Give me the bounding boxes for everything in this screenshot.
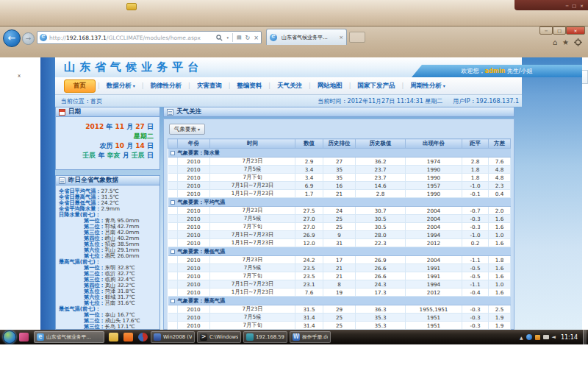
taskbar-task-3[interactable]: 192.168.59.99...: [243, 331, 287, 343]
taskbar-task-1[interactable]: Win2008 (VS2...: [151, 331, 195, 343]
column-header[interactable]: 方差: [489, 139, 511, 149]
weather-watch-title: 天气关注: [176, 107, 201, 116]
nav-item-0[interactable]: 首页: [64, 79, 96, 93]
maximize-button[interactable]: □: [553, 26, 566, 35]
column-header[interactable]: 出现年份: [406, 139, 462, 149]
home-icon[interactable]: ⌂: [553, 39, 557, 46]
nav-item-3[interactable]: 灾害查询: [190, 82, 229, 91]
media-app-icon[interactable]: [138, 333, 148, 342]
column-header[interactable]: 历史排位: [323, 139, 356, 149]
table-cell: 1951: [406, 314, 462, 322]
table-row[interactable]: 20101月1日~7月23日1.7212.81990-0.10.4: [168, 190, 511, 198]
search-icon[interactable]: [216, 35, 223, 41]
table-row[interactable]: 20107月1日~7月23日23.1824.31994-1.11.0: [168, 280, 511, 289]
explorer-folder-icon[interactable]: [109, 333, 118, 342]
nav-item-6[interactable]: 网站地图: [311, 82, 349, 91]
orange-app-taskbar-icon[interactable]: [123, 333, 133, 342]
date-segment: 星期二: [134, 132, 154, 140]
network-icon[interactable]: [543, 335, 549, 339]
table-cell: 7月下旬: [210, 174, 295, 182]
tools-gear-icon[interactable]: [574, 38, 582, 46]
refresh-icon[interactable]: ↻: [245, 35, 251, 41]
url-text[interactable]: http://192.168.137.1/GLCCLIMATE/modules/…: [49, 35, 216, 41]
tab-title[interactable]: 山东省气候业务平...: [282, 34, 337, 41]
table-row[interactable]: 20107月23日31.52936.31955,1951-0.32.5: [168, 305, 511, 314]
nav-item-8[interactable]: 周期性分析▾: [404, 82, 452, 91]
compatibility-icon[interactable]: ▤: [237, 35, 242, 40]
tray-app-icon[interactable]: [526, 334, 532, 340]
nav-item-2[interactable]: 韵律性分析: [143, 82, 188, 91]
favorites-star-icon[interactable]: ★: [562, 39, 569, 46]
table-cell: 7月1日~7月23日: [210, 182, 295, 190]
rank-value[interactable]: 惠民 26.0mm: [105, 252, 140, 259]
breadcrumb[interactable]: 当前位置：首页: [61, 97, 308, 105]
table-cell: 7.6: [489, 158, 511, 166]
close-button[interactable]: ×: [566, 26, 585, 35]
bg-maximize-icon[interactable]: □: [572, 3, 576, 8]
forward-button[interactable]: →: [22, 32, 35, 45]
column-header[interactable]: 历史极值: [356, 139, 406, 149]
table-row[interactable]: 20107月下旬3.43523.719901.84.8: [168, 174, 511, 182]
clock[interactable]: 11:14: [561, 334, 578, 341]
breadcrumb-bar: 当前位置：首页 当前时间：2012年11月27日 11:14:31 星期二用户I…: [55, 95, 522, 107]
group-row-0[interactable]: 气象要素：降水量: [168, 149, 511, 158]
column-header[interactable]: 距平: [462, 139, 489, 149]
table-row[interactable]: 20107月23日27.52430.72004-0.72.0: [168, 207, 511, 215]
column-header[interactable]: 年份: [178, 139, 210, 149]
table-row[interactable]: 20107月5候3.43523.719901.84.8: [168, 166, 511, 174]
table-row[interactable]: 20101月1日~7月23日7.61917.32012-0.41.6: [168, 289, 511, 297]
table-row[interactable]: 20107月23日24.21726.92004-1.11.8: [168, 256, 511, 264]
favorites-bar-close-icon[interactable]: x: [18, 73, 21, 79]
table-cell: 1990: [406, 166, 462, 174]
stop-icon[interactable]: ×: [254, 35, 259, 41]
collapse-checkbox[interactable]: [171, 200, 175, 205]
hidden-icons-icon[interactable]: ▲: [520, 335, 523, 340]
new-tab-button[interactable]: [349, 32, 365, 43]
table-row[interactable]: 20101月1日~7月23日12.03122.320120.21.6: [168, 239, 511, 247]
browser-tab[interactable]: 山东省气候业务平... ×: [266, 29, 347, 45]
start-button[interactable]: [3, 330, 16, 344]
column-header[interactable]: 时间: [210, 139, 295, 149]
table-cell: 23.5: [295, 264, 323, 272]
table-cell: 2012: [406, 239, 462, 247]
taskbar-task-0[interactable]: e山东省气候业务平...: [34, 331, 104, 343]
bg-minimize-icon[interactable]: ─: [566, 3, 569, 8]
table-row[interactable]: 20107月1日~7月23日26.9928.01994-1.01.0: [168, 231, 511, 239]
table-row[interactable]: 20107月下旬23.52126.61991-0.51.6: [168, 272, 511, 280]
group-row-1[interactable]: 气象要素：平均气温: [168, 198, 511, 207]
search-dropdown-icon[interactable]: ▾: [226, 35, 229, 40]
table-row[interactable]: 20107月下旬31.42535.31951-0.31.9: [168, 322, 511, 330]
nav-item-4[interactable]: 整编资料: [230, 82, 268, 91]
table-row[interactable]: 20107月5候27.02530.52004-0.31.6: [168, 215, 511, 223]
nav-item-5[interactable]: 天气关注: [270, 82, 309, 91]
taskbar-task-2[interactable]: >C:\Windows\s...: [197, 331, 241, 343]
collapse-checkbox[interactable]: [171, 151, 175, 155]
collapse-checkbox[interactable]: [171, 299, 175, 303]
pinned-app-icon[interactable]: [19, 333, 29, 342]
show-desktop-button[interactable]: [583, 330, 587, 344]
column-header[interactable]: 数值: [295, 139, 323, 149]
tray-alert-icon[interactable]: [535, 335, 540, 340]
table-cell: 0.4: [489, 190, 511, 198]
table-row[interactable]: 20107月1日~7月23日6.91614.61957-1.02.3: [168, 182, 511, 190]
nav-item-7[interactable]: 国家下发产品: [351, 82, 401, 91]
minimize-button[interactable]: ─: [539, 26, 553, 35]
tab-close-icon[interactable]: ×: [339, 35, 343, 40]
nav-item-1[interactable]: 数据分析▾: [100, 82, 142, 91]
table-row[interactable]: 20107月下旬27.02530.52004-0.31.6: [168, 223, 511, 231]
table-row[interactable]: 20107月5候31.42535.31951-0.31.9: [168, 314, 511, 322]
weather-watch-content: 气象要素▾ 年份时间数值历史排位历史极值出现年份距平方差 气象要素：降水量201…: [163, 118, 514, 330]
bg-close-icon[interactable]: ×: [580, 3, 584, 8]
table-row[interactable]: 20107月23日2.92736.219742.87.6: [168, 158, 511, 166]
address-bar[interactable]: http://192.168.137.1/GLCCLIMATE/modules/…: [37, 31, 262, 44]
collapse-checkbox[interactable]: [171, 250, 175, 254]
group-row-2[interactable]: 气象要素：最低气温: [168, 247, 511, 256]
group-row-3[interactable]: 气象要素：最高气温: [168, 297, 511, 305]
taskbar-task-4[interactable]: W操作手册.docx ..: [290, 331, 331, 343]
element-filter-button[interactable]: 气象要素▾: [169, 124, 205, 135]
rank-value[interactable]: 莒南 31.6℃: [105, 300, 135, 306]
table-row[interactable]: 20107月5候23.52126.61991-0.51.6: [168, 264, 511, 272]
weather-watch-header: 天气关注: [163, 107, 514, 117]
volume-icon[interactable]: ◄: [552, 334, 556, 340]
back-button[interactable]: ←: [3, 29, 21, 47]
